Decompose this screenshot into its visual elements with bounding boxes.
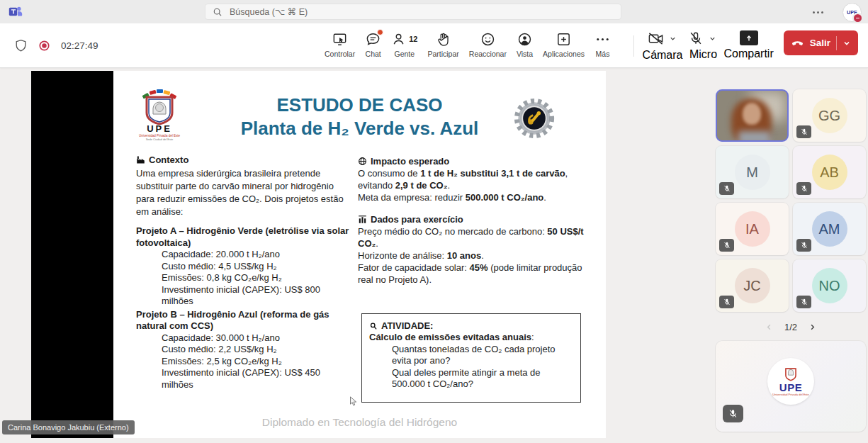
participant-avatar: M [735, 155, 770, 190]
factory-icon [136, 155, 145, 164]
shared-presentation-slide: UPE Universidad Privada del Este Sede Ci… [113, 71, 606, 438]
impacto-heading: Impacto esperado [358, 155, 597, 167]
pager-prev-chevron[interactable] [765, 323, 773, 331]
leave-label: Salir [810, 38, 830, 48]
people-label: Gente [395, 50, 415, 58]
participant-tile[interactable]: M [716, 146, 789, 198]
participant-video-tile[interactable] [716, 89, 789, 142]
search-icon [213, 7, 222, 17]
camera-options-chevron[interactable] [667, 33, 678, 44]
muted-mic-icon [719, 239, 734, 252]
slide-footer: Diplomado en Tecnología del Hidrógeno [113, 416, 606, 429]
participants-pager: 1/2 [716, 319, 866, 335]
toolbar-divider [633, 35, 634, 57]
slide-right-column: Impacto esperado O consumo de 1 t de H₂ … [358, 155, 597, 286]
bar-chart-icon [358, 215, 367, 224]
contexto-heading: Contexto [136, 154, 353, 166]
upe-room-caption: Universidad Privada del Este [772, 393, 808, 396]
share-icon [740, 30, 758, 45]
slide-left-column: Contexto Uma empresa siderúrgica brasile… [136, 154, 353, 391]
participant-count: 12 [409, 35, 417, 43]
participant-tile[interactable]: GG [793, 89, 866, 142]
participant-avatar: JC [735, 268, 770, 303]
search-box[interactable] [205, 4, 621, 20]
slide-title: ESTUDO DE CASO Planta de H₂ Verde vs. Az… [113, 94, 606, 140]
pager-next-chevron[interactable] [808, 323, 816, 331]
people-icon [391, 31, 407, 47]
leave-divider [836, 36, 837, 50]
raise-hand-button[interactable]: Participar [423, 28, 463, 60]
share-button[interactable]: Compartir [722, 28, 774, 62]
projeto-b-item: Investimento inicial (CAPEX): US$ 450 mi… [136, 367, 353, 391]
meeting-security-shield-icon[interactable] [14, 39, 28, 52]
share-label: Compartir [723, 47, 773, 60]
upe-room-tile[interactable]: UPE Universidad Privada del Este [716, 341, 866, 432]
activity-question: Qual deles permite atingir a meta de 500… [369, 367, 573, 391]
participant-avatar: GG [812, 98, 847, 133]
participant-face [743, 103, 762, 125]
user-avatar[interactable]: UPE [842, 3, 862, 22]
projeto-b-item: Capacidade: 30.000 t H₂/ano [136, 332, 353, 344]
more-button[interactable]: Más [590, 28, 615, 60]
apps-button[interactable]: Aplicaciones [539, 28, 589, 60]
chat-label: Chat [366, 50, 381, 58]
participant-shirt [738, 131, 771, 142]
presence-busy-icon [852, 13, 863, 23]
mic-button[interactable]: Micro [687, 28, 719, 63]
view-label: Vista [517, 50, 533, 58]
participant-tile[interactable]: IA [716, 203, 789, 255]
muted-mic-icon [796, 239, 811, 252]
muted-mic-icon [719, 296, 734, 308]
projeto-a-item: Investimento inicial (CAPEX): US$ 800 mi… [136, 284, 353, 308]
contexto-body: Uma empresa siderúrgica brasileira prete… [136, 167, 353, 218]
participant-tile[interactable]: AM [793, 203, 866, 255]
raised-hand-icon [435, 30, 451, 47]
mic-options-chevron[interactable] [707, 33, 718, 44]
presenter-name-label: Carina Bonavigo Jakubiu (Externo) [2, 420, 135, 434]
participant-avatar: AB [812, 155, 847, 190]
react-button[interactable]: Reaccionar [465, 28, 511, 60]
globe-icon [358, 157, 367, 166]
participant-initials: AB [820, 164, 839, 181]
slide-title-line2: Planta de H₂ Verde vs. Azul [113, 117, 606, 140]
recording-indicator-icon [38, 40, 50, 52]
participants-sidebar: GG M [716, 89, 866, 432]
participant-tile[interactable]: AB [793, 146, 866, 198]
participant-tile[interactable]: JC [716, 259, 789, 312]
control-screen-icon [332, 30, 348, 47]
projeto-a-items: Capacidade: 20.000 t H₂/ano Custo médio:… [136, 249, 353, 308]
leave-options-chevron[interactable] [842, 39, 851, 47]
chat-notification-badge [377, 29, 383, 35]
activity-subheading: Cálculo de emissões evitadas anuais: [369, 332, 573, 344]
dados-line2: Horizonte de análise: 10 anos. [358, 249, 597, 262]
hangup-phone-icon [791, 36, 804, 50]
view-person-icon [517, 30, 533, 47]
chat-button[interactable]: Chat [361, 28, 385, 60]
people-button[interactable]: 12 Gente [387, 28, 422, 60]
participant-tile[interactable]: NO [793, 259, 866, 312]
impacto-line2: Meta da empresa: reduzir 500.000 t CO₂/a… [358, 191, 597, 203]
dados-line3: Fator de capacidade solar: 45% (pode lim… [358, 262, 597, 286]
control-button[interactable]: Controlar [320, 28, 359, 60]
meeting-timer: 02:27:49 [61, 40, 98, 51]
projeto-b-heading: Projeto B – Hidrogênio Azul (reforma de … [136, 309, 353, 332]
meeting-toolbar: 02:27:49 Controlar Chat [0, 23, 868, 68]
search-input[interactable] [228, 6, 614, 18]
projeto-a-item: Capacidade: 20.000 t H₂/ano [136, 249, 353, 261]
view-button[interactable]: Vista [512, 28, 537, 60]
more-label: Más [596, 50, 610, 58]
camera-button[interactable]: Cámara [641, 28, 684, 64]
participant-avatar: AM [812, 211, 847, 247]
muted-mic-icon [719, 182, 734, 195]
muted-mic-icon [796, 296, 811, 308]
apps-plus-icon [556, 30, 572, 47]
mic-label: Micro [689, 48, 717, 61]
more-options-icon[interactable] [813, 10, 828, 14]
ellipsis-icon [594, 30, 611, 47]
upe-room-label: UPE [779, 382, 802, 393]
participant-initials: IA [745, 221, 759, 237]
teams-title-bar: UPE [0, 0, 868, 23]
leave-button[interactable]: Salir [784, 30, 858, 55]
muted-mic-icon [723, 405, 743, 422]
camera-label: Cámara [643, 49, 683, 62]
